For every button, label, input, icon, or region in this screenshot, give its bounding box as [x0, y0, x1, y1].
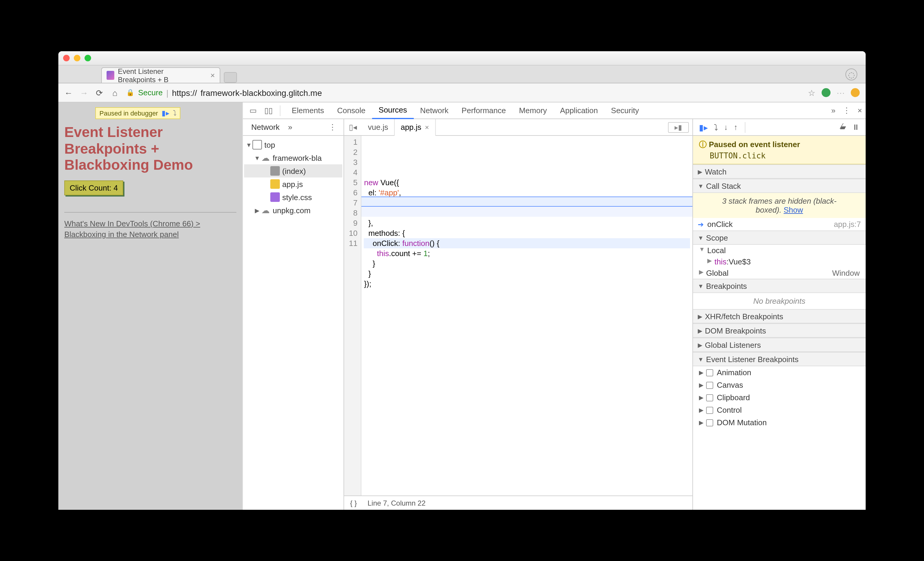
extension-icon[interactable]: ⋯ [837, 88, 845, 98]
maximize-window-icon[interactable] [84, 55, 91, 62]
code-editor[interactable]: 1234567891011 new Vue({ el: '#app', data… [344, 136, 692, 495]
debugger-overlay: Paused in debugger ▮▸ ⤵ [95, 107, 181, 119]
checkbox-icon[interactable] [706, 419, 713, 426]
devtools-toolbar: ▭ ▯▯ ElementsConsoleSourcesNetworkPerfor… [243, 102, 866, 119]
url-host: framework-blackboxing.glitch.me [201, 88, 322, 98]
devtools-tab-memory[interactable]: Memory [512, 102, 554, 119]
frame-icon [252, 140, 262, 150]
event-category[interactable]: ▶Canvas [693, 379, 866, 391]
toolbar-right: ☆ ⋯ [808, 88, 860, 98]
tree-node[interactable]: ▼top [244, 138, 342, 151]
favicon-icon [106, 71, 114, 80]
checkbox-icon[interactable] [706, 381, 713, 388]
checkbox-icon[interactable] [706, 394, 713, 401]
devtools-tab-application[interactable]: Application [554, 102, 604, 119]
event-category[interactable]: ▶Clipboard [693, 391, 866, 404]
pause-exceptions-icon[interactable]: ⏸ [852, 123, 860, 132]
event-categories: ▶Animation▶Canvas▶Clipboard▶Control▶DOM … [693, 366, 866, 429]
extension-icon[interactable] [851, 88, 860, 97]
section-scope[interactable]: ▼Scope [693, 231, 866, 245]
step-out-icon[interactable]: ↑ [734, 123, 738, 132]
tree-node[interactable]: ▶☁unpkg.com [244, 204, 342, 217]
close-window-icon[interactable] [63, 55, 70, 62]
section-watch[interactable]: ▶Watch [693, 164, 866, 178]
reload-button[interactable]: ⟳ [95, 88, 104, 98]
event-category[interactable]: ▶DOM Mutation [693, 416, 866, 429]
devtools-tab-elements[interactable]: Elements [285, 102, 330, 119]
scope-property[interactable]: ▶this: Vue$3 [693, 256, 866, 267]
home-button[interactable]: ⌂ [111, 88, 119, 98]
inspect-icon[interactable]: ▭ [246, 106, 260, 115]
address-bar[interactable]: 🔒 Secure | https://framework-blackboxing… [126, 88, 801, 98]
section-breakpoints[interactable]: ▼Breakpoints [693, 279, 866, 293]
checkbox-icon[interactable] [706, 369, 713, 376]
devtools-tab-console[interactable]: Console [330, 102, 372, 119]
show-blackboxed-link[interactable]: Show [783, 206, 803, 214]
more-tabs-icon[interactable]: » [831, 106, 835, 115]
kebab-menu-icon[interactable]: ⋮ [843, 106, 850, 115]
editor-tab[interactable]: app.js× [395, 119, 435, 135]
event-category[interactable]: ▶Animation [693, 366, 866, 379]
new-tab-button[interactable] [224, 72, 237, 83]
resume-icon[interactable]: ▮▸ [162, 109, 170, 117]
devtools-tab-network[interactable]: Network [414, 102, 455, 119]
editor-pane: ▯◂ vue.js app.js× ▸▮ 1234567891011 new V… [344, 119, 693, 510]
section-dom-breakpoints[interactable]: ▶DOM Breakpoints [693, 323, 866, 338]
scope-local[interactable]: ▼Local [693, 245, 866, 256]
profile-avatar-icon[interactable]: ◌ [845, 69, 857, 80]
tree-file[interactable]: app.js [244, 177, 342, 190]
section-xhr-breakpoints[interactable]: ▶XHR/fetch Breakpoints [693, 309, 866, 323]
minimize-window-icon[interactable] [74, 55, 80, 62]
toolbar: ← → ⟳ ⌂ 🔒 Secure | https://framework-bla… [58, 83, 866, 102]
step-into-icon[interactable]: ↓ [724, 123, 728, 132]
checkbox-icon[interactable] [706, 406, 713, 414]
extension-icon[interactable] [822, 88, 831, 97]
editor-statusbar: { } Line 7, Column 22 [344, 495, 692, 510]
braces-icon[interactable]: { } [350, 499, 357, 507]
step-icon[interactable]: ⤵ [173, 109, 177, 117]
pause-detail: BUTTON.click [699, 151, 860, 160]
resume-button[interactable]: ▮▸ [699, 122, 708, 132]
close-tab-icon[interactable]: × [425, 123, 429, 131]
deactivate-breakpoints-icon[interactable]: ▰⁄ [840, 123, 846, 132]
url-scheme: https:// [172, 88, 197, 98]
forward-button: → [80, 88, 88, 98]
tree-node[interactable]: ▼☁framework-bla [244, 151, 342, 164]
run-snippet-icon[interactable]: ▸▮ [668, 122, 689, 132]
section-event-listener-breakpoints[interactable]: ▼Event Listener Breakpoints [693, 352, 866, 366]
editor-tab[interactable]: vue.js [362, 119, 395, 135]
device-toggle-icon[interactable]: ▯▯ [262, 106, 275, 115]
close-devtools-icon[interactable]: × [858, 106, 862, 115]
file-icon [270, 192, 280, 202]
devtools-tab-performance[interactable]: Performance [455, 102, 513, 119]
devtools-tab-sources[interactable]: Sources [372, 102, 414, 119]
titlebar [58, 51, 866, 66]
section-callstack[interactable]: ▼Call Stack [693, 178, 866, 193]
tree-file[interactable]: style.css [244, 190, 342, 204]
toggle-navigator-icon[interactable]: ▯◂ [344, 123, 362, 132]
tree-file[interactable]: (index) [244, 164, 342, 177]
frame-location[interactable]: app.js:7 [834, 220, 861, 229]
cursor-position: Line 7, Column 22 [368, 499, 426, 507]
stack-frame[interactable]: ➔ onClick app.js:7 [693, 218, 866, 231]
lock-icon: 🔒 [126, 89, 135, 96]
tab-title: Event Listener Breakpoints + B [118, 67, 203, 84]
back-button[interactable]: ← [64, 88, 73, 98]
event-category[interactable]: ▶Control [693, 404, 866, 416]
secure-label: Secure [138, 88, 162, 97]
code-content[interactable]: new Vue({ el: '#app', data: { count: 0 }… [362, 136, 692, 495]
kebab-menu-icon[interactable]: ⋮ [325, 123, 340, 132]
browser-tabstrip: Event Listener Breakpoints + B × ◌ [58, 66, 866, 83]
browser-tab[interactable]: Event Listener Breakpoints + B × [101, 67, 220, 83]
devtools-tab-security[interactable]: Security [604, 102, 646, 119]
editor-tabstrip: ▯◂ vue.js app.js× ▸▮ [344, 119, 692, 136]
step-over-icon[interactable]: ⤵ [714, 122, 718, 132]
bookmark-icon[interactable]: ☆ [808, 88, 816, 98]
close-tab-icon[interactable]: × [210, 71, 215, 80]
navigator-pane: Network » ⋮ ▼top ▼☁framework-bla (index)… [243, 119, 344, 510]
scope-global[interactable]: ▶GlobalWindow [693, 267, 866, 279]
more-tabs-icon[interactable]: » [284, 123, 296, 132]
section-global-listeners[interactable]: ▶Global Listeners [693, 338, 866, 352]
file-icon [270, 179, 280, 189]
navigator-tab[interactable]: Network [246, 123, 284, 132]
